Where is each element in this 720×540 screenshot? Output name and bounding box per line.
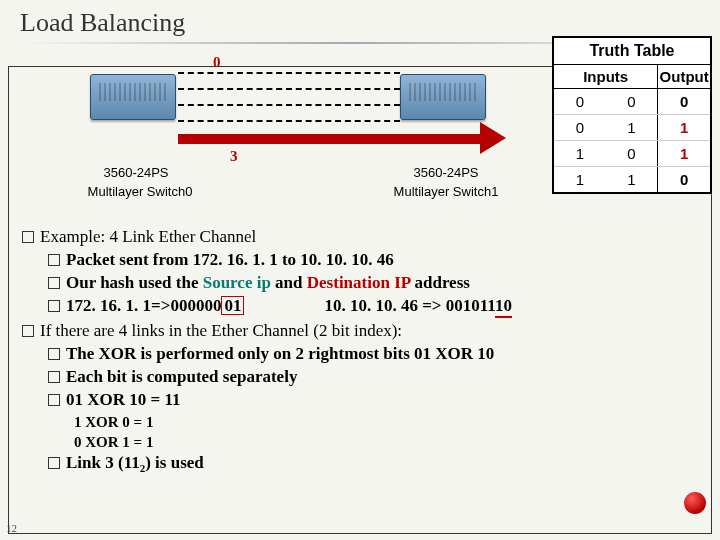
selected-link-arrow <box>178 134 488 144</box>
bullet-box-icon <box>48 457 60 469</box>
bullet-box-icon <box>48 348 60 360</box>
arrow-head-icon <box>480 122 506 154</box>
bullet-box-icon <box>48 394 60 406</box>
truth-table: Truth Table Inputs Output 0 0 0 0 1 1 1 … <box>552 36 712 194</box>
src-last-two-bits: 01 <box>221 296 244 315</box>
tt-cell: 0 <box>606 89 659 114</box>
bullet-binary: 172. 16. 1. 1=>00000001 10. 10. 10. 46 =… <box>48 295 700 318</box>
text-link3-pre: Link 3 (11 <box>66 453 140 472</box>
bullet-box-icon <box>48 254 60 266</box>
tt-cell: 1 <box>606 167 659 192</box>
link-line-0 <box>178 72 400 74</box>
bullet-each-bit: Each bit is computed separately <box>48 366 700 389</box>
text-and: and <box>271 273 307 292</box>
switch-left-label: Multilayer Switch0 <box>80 184 200 199</box>
switch-right-icon <box>400 74 486 120</box>
text-dstip-bin-pre: 10. 10. 10. 46 => 001011 <box>324 296 495 315</box>
bullet-box-icon <box>22 231 34 243</box>
text-link3-post: ) is used <box>145 453 204 472</box>
text-hash-pre: Our hash used the <box>66 273 203 292</box>
bullet-calc-2: 0 XOR 1 = 1 <box>74 432 700 452</box>
link-index-top: 0 <box>213 54 221 71</box>
text-srcip-bin-pre: 172. 16. 1. 1=> <box>66 296 170 315</box>
link-index-bottom: 3 <box>230 148 238 165</box>
truth-table-head-inputs: Inputs <box>554 65 658 88</box>
switch-right-label: Multilayer Switch1 <box>386 184 506 199</box>
switch-left-icon <box>90 74 176 120</box>
truth-table-head-output: Output <box>658 65 710 88</box>
text-source-ip: Source ip <box>203 273 271 292</box>
text-address: address <box>410 273 470 292</box>
bullet-box-icon <box>48 371 60 383</box>
truth-table-header: Inputs Output <box>554 65 710 89</box>
bullet-xor-result: 01 XOR 10 = 11 <box>48 389 700 412</box>
table-row: 0 0 0 <box>554 89 710 115</box>
dst-last-two-bits: 10 <box>495 296 512 318</box>
table-row: 0 1 1 <box>554 115 710 141</box>
bullet-box-icon <box>48 300 60 312</box>
tt-output: 1 <box>658 141 710 166</box>
bullet-hash: Our hash used the Source ip and Destinat… <box>48 272 700 295</box>
red-dot-icon <box>684 492 706 514</box>
bullet-box-icon <box>48 277 60 289</box>
tt-cell: 0 <box>606 141 659 166</box>
bullet-xor-two-bits: The XOR is performed only on 2 rightmost… <box>48 343 700 366</box>
switch-right-model: 3560-24PS <box>406 165 486 180</box>
bullet-box-icon <box>22 325 34 337</box>
switch-left-model: 3560-24PS <box>96 165 176 180</box>
bullet-packet: Packet sent from 172. 16. 1. 1 to 10. 10… <box>48 249 700 272</box>
bullet-link-used: Link 3 (112) is used <box>48 452 700 476</box>
bullet-example: Example: 4 Link Ether Channel <box>22 226 700 249</box>
text-xor-two-bits: The XOR is performed only on 2 rightmost… <box>66 344 494 363</box>
content-body: Example: 4 Link Ether Channel Packet sen… <box>20 226 700 476</box>
tt-output: 0 <box>658 89 710 114</box>
text-each-bit: Each bit is computed separately <box>66 367 297 386</box>
link-line-2 <box>178 104 400 106</box>
tt-cell: 0 <box>554 115 606 140</box>
etherchannel-links <box>178 72 400 122</box>
text-if-4-links: If there are 4 links in the Ether Channe… <box>40 321 402 340</box>
text-packet: Packet sent from 172. 16. 1. 1 to 10. 10… <box>66 250 394 269</box>
bullet-calc-1: 1 XOR 0 = 1 <box>74 412 700 432</box>
table-row: 1 0 1 <box>554 141 710 167</box>
truth-table-title: Truth Table <box>554 38 710 65</box>
tt-cell: 1 <box>554 167 606 192</box>
tt-cell: 1 <box>606 115 659 140</box>
link-line-1 <box>178 88 400 90</box>
table-row: 1 1 0 <box>554 167 710 192</box>
text-xor-result: 01 XOR 10 = 11 <box>66 390 181 409</box>
bullet-if-4-links: If there are 4 links in the Ether Channe… <box>22 320 700 343</box>
tt-output: 0 <box>658 167 710 192</box>
tt-output: 1 <box>658 115 710 140</box>
tt-cell: 0 <box>554 89 606 114</box>
slide-title: Load Balancing <box>20 8 700 38</box>
text-dest-ip: Destination IP <box>307 273 410 292</box>
text-example: Example: 4 Link Ether Channel <box>40 227 256 246</box>
link-line-3 <box>178 120 400 122</box>
text-srcip-bin-tail: 000000 <box>170 296 221 315</box>
tt-cell: 1 <box>554 141 606 166</box>
page-number: 12 <box>6 522 17 534</box>
